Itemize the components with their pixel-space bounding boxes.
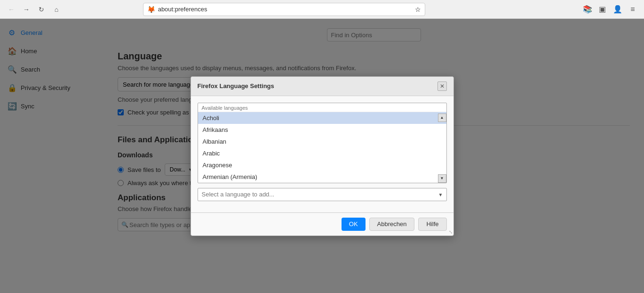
select-language-wrapper: Select a language to add... ▼	[198, 188, 447, 201]
list-item-armenian[interactable]: Armenian (Armenia)	[198, 171, 446, 183]
nav-buttons: ← → ↻ ⌂	[5, 3, 63, 16]
back-button[interactable]: ←	[5, 3, 18, 16]
toolbar-icons: 📚 ▣ 👤 ≡	[581, 3, 639, 16]
forward-button[interactable]: →	[20, 3, 33, 16]
dialog-body: Available languages Acholi Afrikaans Alb…	[191, 96, 453, 212]
menu-button[interactable]: ≡	[626, 3, 639, 16]
dialog-header: Firefox Language Settings ✕	[191, 77, 453, 96]
list-item-albanian[interactable]: Albanian	[198, 136, 446, 147]
dialog-overlay: Firefox Language Settings ✕ Available la…	[0, 19, 644, 293]
scroll-down-button[interactable]: ▼	[438, 174, 446, 183]
available-languages-listbox: Available languages Acholi Afrikaans Alb…	[198, 103, 447, 183]
firefox-language-settings-dialog: Firefox Language Settings ✕ Available la…	[191, 76, 454, 236]
home-button[interactable]: ⌂	[50, 3, 63, 16]
address-bar: 🦊 about:preferences ☆	[143, 3, 425, 16]
resize-handle[interactable]: ⤡	[449, 229, 453, 235]
languages-list[interactable]: Acholi Afrikaans Albanian Arabic Aragone…	[198, 112, 446, 183]
library-button[interactable]: 📚	[581, 3, 594, 16]
dialog-close-button[interactable]: ✕	[437, 81, 447, 91]
select-language-dropdown[interactable]: Select a language to add...	[198, 188, 447, 201]
available-languages-label: Available languages	[198, 103, 446, 112]
ok-button[interactable]: OK	[342, 218, 366, 231]
hilfe-button[interactable]: Hilfe	[418, 218, 446, 231]
scroll-up-button[interactable]: ▲	[438, 114, 446, 122]
address-text: about:preferences	[158, 6, 412, 13]
reload-button[interactable]: ↻	[35, 3, 48, 16]
list-item-arabic[interactable]: Arabic	[198, 147, 446, 159]
sidebar-toggle-button[interactable]: ▣	[596, 3, 609, 16]
abbrechen-button[interactable]: Abbrechen	[369, 218, 415, 231]
firefox-favicon: 🦊	[147, 6, 155, 13]
dialog-footer: OK Abbrechen Hilfe	[191, 212, 453, 236]
dialog-title: Firefox Language Settings	[198, 82, 274, 90]
list-item-afrikaans[interactable]: Afrikaans	[198, 124, 446, 136]
list-item-aragonese[interactable]: Aragonese	[198, 159, 446, 171]
bookmark-star[interactable]: ☆	[415, 6, 421, 13]
list-item-acholi[interactable]: Acholi	[198, 112, 446, 124]
browser-chrome: ← → ↻ ⌂ 🦊 about:preferences ☆ 📚 ▣ 👤 ≡	[0, 0, 644, 19]
profile-button[interactable]: 👤	[611, 3, 624, 16]
